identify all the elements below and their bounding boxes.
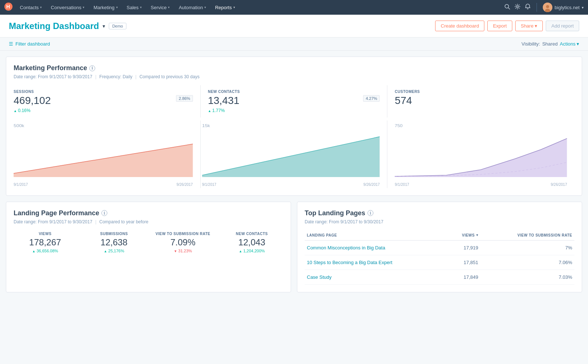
top-landing-pages-info-icon[interactable]: ℹ xyxy=(368,210,373,216)
nav-item-reports[interactable]: Reports ▾ xyxy=(211,0,240,15)
actions-button[interactable]: Actions ▾ xyxy=(560,41,579,47)
rate-cell-2: 7.06% xyxy=(480,255,574,270)
svg-text:750: 750 xyxy=(395,123,403,128)
top-landing-pages-card: Top Landing Pages ℹ Date range: From 9/1… xyxy=(297,202,582,292)
nav-item-service[interactable]: Service ▾ xyxy=(146,0,174,15)
settings-icon[interactable] xyxy=(514,4,520,11)
marketing-performance-title: Marketing Performance ℹ xyxy=(14,64,574,72)
notifications-icon[interactable] xyxy=(525,4,531,11)
bottom-grid: Landing Page Performance ℹ Date range: F… xyxy=(6,202,582,298)
nav-items: Contacts ▾ Conversations ▾ Marketing ▾ S… xyxy=(15,0,504,15)
lp-views-label: VIEWS xyxy=(14,232,77,236)
chevron-down-icon: ▾ xyxy=(204,6,206,9)
export-button[interactable]: Export xyxy=(487,21,512,31)
nav-item-marketing[interactable]: Marketing ▾ xyxy=(89,0,122,15)
svg-point-6 xyxy=(546,5,549,8)
sessions-change: 0.16% xyxy=(14,108,193,113)
avatar xyxy=(543,3,552,12)
nav-right: biglytics.net ▾ xyxy=(504,3,584,12)
sessions-badge: 2.86% xyxy=(176,95,193,102)
lp-rate-label: VIEW TO SUBMISSION RATE xyxy=(151,232,215,236)
customers-label: CUSTOMERS xyxy=(395,90,567,94)
lp-metrics: VIEWS 178,267 36,656.08% SUBMISSIONS 12,… xyxy=(14,232,283,253)
customers-value: 574 xyxy=(395,95,567,107)
lp-submissions-value: 12,638 xyxy=(83,237,146,248)
landing-page-link-3[interactable]: Case Study xyxy=(307,274,331,280)
nav-item-automation[interactable]: Automation ▾ xyxy=(174,0,211,15)
chevron-down-icon: ▾ xyxy=(168,6,170,9)
new-contacts-value: 13,431 xyxy=(208,95,240,107)
main-content: Marketing Performance ℹ Date range: From… xyxy=(0,51,588,304)
share-chevron-icon: ▾ xyxy=(535,23,537,29)
sessions-change-up-icon xyxy=(14,108,17,113)
metrics-row: SESSIONS 469,102 2.86% 0.16% NEW CONTACT… xyxy=(14,85,574,118)
lp-new-contacts-up-icon xyxy=(239,249,242,253)
visibility-value: Shared xyxy=(542,41,557,47)
rate-cell-1: 7% xyxy=(480,240,574,255)
svg-line-3 xyxy=(508,8,510,9)
new-contacts-change-up-icon xyxy=(208,108,211,113)
page-title: Marketing Dashboard xyxy=(9,21,99,31)
nav-item-conversations[interactable]: Conversations ▾ xyxy=(46,0,89,15)
nav-item-sales[interactable]: Sales ▾ xyxy=(122,0,147,15)
username-label: biglytics.net xyxy=(555,5,580,10)
new-contacts-change: 1.77% xyxy=(208,108,380,113)
table-row: Case Study 17,849 7.03% xyxy=(305,270,574,284)
lp-submissions-metric: SUBMISSIONS 12,638 25,176% xyxy=(83,232,146,253)
customers-chart-axis: 9/1/2017 9/26/2017 xyxy=(395,183,567,187)
top-landing-pages-subtitle: Date range: From 9/1/2017 to 9/30/2017 xyxy=(305,219,574,224)
nav-divider xyxy=(537,3,537,12)
create-dashboard-button[interactable]: Create dashboard xyxy=(435,21,484,31)
filter-icon: ☰ xyxy=(9,41,13,47)
nav-item-contacts[interactable]: Contacts ▾ xyxy=(15,0,46,15)
landing-page-link-2[interactable]: 10 Steps to Becoming a Big Data Expert xyxy=(307,260,392,265)
top-landing-pages-title: Top Landing Pages ℹ xyxy=(305,209,574,217)
search-icon[interactable] xyxy=(504,4,510,11)
new-contacts-metric: NEW CONTACTS 13,431 4.27% 1.77% xyxy=(201,85,388,118)
lp-rate-metric: VIEW TO SUBMISSION RATE 7.09% 31.23% xyxy=(151,232,215,253)
lp-rate-down-icon xyxy=(174,249,177,253)
sessions-chart: 500k 9/1/2017 9/26/2017 xyxy=(14,120,201,188)
svg-text:500k: 500k xyxy=(14,123,25,128)
views-cell-2: 17,851 xyxy=(448,255,480,270)
lp-views-value: 178,267 xyxy=(14,237,77,248)
marketing-performance-subtitle: Date range: From 9/1/2017 to 9/30/2017 |… xyxy=(14,74,574,79)
views-sort-icon[interactable]: ▾ xyxy=(476,233,478,237)
customers-chart: 750 9/1/2017 9/26/2017 xyxy=(387,120,574,188)
filter-bar: ☰ Filter dashboard Visibility: Shared Ac… xyxy=(0,37,588,51)
marketing-performance-info-icon[interactable]: ℹ xyxy=(89,65,95,71)
lp-submissions-change: 25,176% xyxy=(83,249,146,253)
lp-views-metric: VIEWS 178,267 36,656.08% xyxy=(14,232,77,253)
lp-rate-change: 31.23% xyxy=(151,249,215,253)
lp-rate-value: 7.09% xyxy=(151,237,215,248)
chevron-down-icon: ▾ xyxy=(40,6,42,9)
lp-performance-info-icon[interactable]: ℹ xyxy=(101,210,107,216)
table-row: 10 Steps to Becoming a Big Data Expert 1… xyxy=(305,255,574,270)
th-landing-page: LANDING PAGE xyxy=(305,230,448,241)
chevron-down-icon: ▾ xyxy=(233,6,235,9)
marketing-performance-card: Marketing Performance ℹ Date range: From… xyxy=(6,57,582,196)
lp-new-contacts-value: 12,043 xyxy=(220,237,284,248)
page-header: Marketing Dashboard ▾ Demo Create dashbo… xyxy=(0,15,588,37)
landing-page-link-1[interactable]: Common Misconceptions in Big Data xyxy=(307,245,385,251)
filter-dashboard-link[interactable]: ☰ Filter dashboard xyxy=(9,41,50,47)
svg-marker-9 xyxy=(14,144,193,177)
visibility-label: Visibility: xyxy=(521,41,540,47)
chevron-down-icon: ▾ xyxy=(116,6,118,9)
sessions-chart-axis: 9/1/2017 9/26/2017 xyxy=(14,183,193,187)
views-cell-1: 17,919 xyxy=(448,240,480,255)
lp-views-up-icon xyxy=(32,249,35,253)
new-contacts-badge: 4.27% xyxy=(363,95,380,102)
sessions-metric: SESSIONS 469,102 2.86% 0.16% xyxy=(14,85,201,118)
lp-views-change: 36,656.08% xyxy=(14,249,77,253)
sessions-value: 469,102 xyxy=(14,95,51,107)
lp-performance-subtitle: Date range: From 9/1/2017 to 9/30/2017 |… xyxy=(14,219,283,224)
hubspot-logo[interactable]: H xyxy=(4,3,12,12)
share-button[interactable]: Share ▾ xyxy=(515,21,543,31)
chevron-down-icon: ▾ xyxy=(83,6,85,9)
nav-user[interactable]: biglytics.net ▾ xyxy=(543,3,584,12)
dashboard-dropdown-icon[interactable]: ▾ xyxy=(103,23,105,29)
visibility-area: Visibility: Shared Actions ▾ xyxy=(521,41,579,47)
landing-page-performance-title: Landing Page Performance ℹ xyxy=(14,209,283,217)
lp-new-contacts-metric: NEW CONTACTS 12,043 1,204,200% xyxy=(220,232,284,253)
